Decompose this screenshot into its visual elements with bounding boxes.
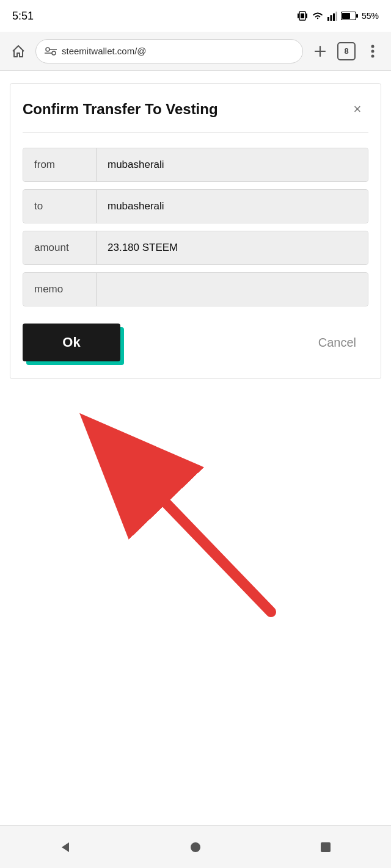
svg-point-17 <box>371 45 375 48</box>
signal-icon <box>327 11 337 21</box>
url-text: steemitwallet.com/@ <box>62 46 147 56</box>
svg-marker-22 <box>62 842 69 852</box>
close-icon: × <box>354 101 362 117</box>
to-label: to <box>23 190 97 223</box>
confirm-dialog: Confirm Transfer To Vesting × from mubas… <box>10 83 381 379</box>
svg-point-19 <box>371 54 375 57</box>
tab-count-badge[interactable]: 8 <box>337 42 356 60</box>
amount-value: 23.180 STEEM <box>97 231 368 264</box>
bottom-nav <box>0 825 391 868</box>
close-button[interactable]: × <box>346 98 368 120</box>
menu-button[interactable] <box>362 40 384 62</box>
wifi-icon <box>312 11 324 21</box>
svg-rect-7 <box>335 12 337 21</box>
svg-point-18 <box>371 49 375 52</box>
to-value: mubasherali <box>97 190 368 223</box>
cancel-button[interactable]: Cancel <box>306 326 368 360</box>
svg-rect-5 <box>330 15 332 21</box>
from-row: from mubasherali <box>23 148 368 182</box>
url-filter-icon <box>45 46 57 56</box>
ok-button[interactable]: Ok <box>23 324 120 361</box>
from-label: from <box>23 148 97 181</box>
memo-row: memo <box>23 272 368 306</box>
svg-point-12 <box>52 51 56 55</box>
svg-rect-2 <box>298 13 299 18</box>
home-nav-button[interactable] <box>177 829 214 866</box>
to-row: to mubasherali <box>23 189 368 223</box>
dialog-divider <box>23 132 368 133</box>
dialog-title: Confirm Transfer To Vesting <box>23 101 218 118</box>
svg-rect-24 <box>321 842 331 852</box>
amount-row: amount 23.180 STEEM <box>23 231 368 265</box>
amount-label: amount <box>23 231 97 264</box>
svg-rect-9 <box>356 14 358 18</box>
annotation-arrow <box>10 385 381 642</box>
url-bar[interactable]: steemitwallet.com/@ <box>35 39 303 63</box>
svg-point-11 <box>46 48 49 51</box>
recents-button[interactable] <box>307 829 344 866</box>
svg-point-23 <box>191 842 200 852</box>
from-value: mubasherali <box>97 148 368 181</box>
page-content: Confirm Transfer To Vesting × from mubas… <box>0 71 391 654</box>
memo-value <box>97 273 368 306</box>
battery-icon <box>341 12 358 20</box>
svg-line-21 <box>123 458 271 612</box>
buttons-row: Ok Cancel <box>23 324 368 361</box>
back-button[interactable] <box>47 829 84 866</box>
memo-label: memo <box>23 273 97 306</box>
browser-bar: steemitwallet.com/@ 8 <box>0 32 391 71</box>
ok-button-wrapper: Ok <box>23 324 120 361</box>
home-button[interactable] <box>7 40 29 62</box>
dialog-title-row: Confirm Transfer To Vesting × <box>23 98 368 120</box>
status-bar: 5:51 55% <box>0 0 391 32</box>
status-time: 5:51 <box>12 10 34 23</box>
svg-rect-3 <box>306 13 307 18</box>
vibrate-icon <box>297 10 308 22</box>
arrow-svg <box>10 385 381 642</box>
svg-rect-6 <box>333 13 335 21</box>
svg-rect-10 <box>342 13 350 19</box>
svg-rect-1 <box>301 13 304 18</box>
add-tab-button[interactable] <box>309 40 331 62</box>
battery-percentage: 55% <box>362 11 379 21</box>
status-icons: 55% <box>297 10 379 22</box>
svg-rect-4 <box>327 17 329 21</box>
